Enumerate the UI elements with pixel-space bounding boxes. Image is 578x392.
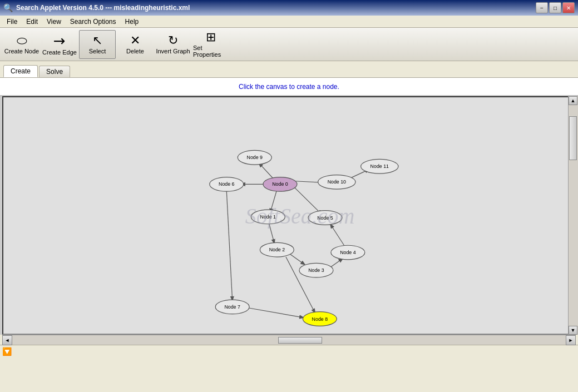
node-1-label: Node 1 [260, 214, 276, 220]
menu-help[interactable]: Help [121, 16, 144, 27]
node-3-label: Node 3 [308, 267, 324, 273]
create-node-label: Create Node [4, 48, 39, 54]
select-icon: ↖ [92, 34, 102, 47]
tab-create[interactable]: Create [3, 65, 38, 77]
menu-file[interactable]: File [2, 16, 22, 27]
svg-line-5 [294, 186, 322, 214]
svg-line-6 [269, 223, 274, 243]
hscroll-thumb[interactable] [278, 337, 323, 344]
invert-graph-label: Invert Graph [156, 48, 190, 54]
svg-line-8 [330, 259, 343, 267]
menu-search-options[interactable]: Search Options [66, 16, 121, 27]
title-bar: 🔍 Search Applet Version 4.5.0 --- mislea… [0, 0, 578, 16]
status-bar: 🔽 [0, 345, 578, 357]
node-2-label: Node 2 [269, 247, 285, 252]
select-button[interactable]: ↖ Select [79, 30, 116, 59]
canvas-scroll-area[interactable]: SoftSea.com [2, 96, 576, 335]
menu-bar: File Edit View Search Options Help [0, 16, 578, 28]
vscroll-thumb[interactable] [569, 116, 577, 160]
scroll-down-button[interactable]: ▼ [569, 326, 577, 335]
restore-button[interactable]: □ [549, 2, 561, 13]
graph-canvas[interactable]: Node 9 Node 6 Node 0 Node 10 Node 11 Nod… [3, 97, 575, 334]
scroll-right-button[interactable]: ► [566, 335, 576, 345]
invert-graph-button[interactable]: ↻ Invert Graph [155, 30, 191, 59]
vertical-scrollbar[interactable]: ▲ ▼ [568, 96, 578, 335]
horizontal-scrollbar[interactable]: ◄ ► [2, 335, 576, 345]
node-6-label: Node 6 [219, 181, 235, 187]
node-9-label: Node 9 [247, 155, 263, 160]
status-icon: 🔽 [2, 347, 12, 356]
hscroll-track[interactable] [12, 336, 566, 344]
node-0-label: Node 0 [272, 181, 288, 187]
info-message: Click the canvas to create a node. [239, 83, 339, 91]
node-8-label: Node 8 [312, 316, 328, 322]
delete-button[interactable]: ✕ Delete [117, 30, 154, 59]
delete-icon: ✕ [130, 34, 140, 47]
title-bar-controls: − □ ✕ [536, 2, 575, 13]
create-node-button[interactable]: ⬭ Create Node [3, 30, 40, 59]
node-4-label: Node 4 [340, 250, 356, 255]
tab-solve[interactable]: Solve [39, 66, 70, 77]
svg-line-3 [270, 190, 277, 212]
tab-bar: Create Solve [0, 61, 578, 78]
svg-line-11 [248, 307, 303, 317]
node-10-label: Node 10 [328, 179, 346, 185]
create-edge-label: Create Edge [42, 49, 77, 56]
vscroll-track[interactable] [569, 105, 578, 326]
node-5-label: Node 5 [317, 215, 333, 221]
create-node-icon: ⬭ [17, 34, 27, 47]
title-bar-left: 🔍 Search Applet Version 4.5.0 --- mislea… [3, 3, 190, 12]
minimize-button[interactable]: − [536, 2, 548, 13]
create-edge-button[interactable]: ↗ Create Edge [41, 30, 78, 59]
title-bar-text: Search Applet Version 4.5.0 --- misleadi… [16, 4, 190, 12]
menu-view[interactable]: View [42, 16, 66, 27]
app-icon: 🔍 [3, 3, 13, 12]
select-label: Select [89, 48, 106, 54]
set-properties-label: Set Properties [193, 44, 229, 58]
delete-label: Delete [126, 48, 144, 54]
close-button[interactable]: ✕ [562, 2, 575, 13]
scroll-up-button[interactable]: ▲ [569, 96, 577, 105]
scroll-left-button[interactable]: ◄ [2, 335, 12, 345]
node-7-label: Node 7 [224, 304, 240, 310]
node-11-label: Node 11 [370, 163, 389, 169]
invert-graph-icon: ↻ [168, 34, 178, 47]
main-canvas-area[interactable]: SoftSea.com [0, 96, 578, 335]
info-bar: Click the canvas to create a node. [0, 78, 578, 96]
menu-edit[interactable]: Edit [22, 16, 42, 27]
set-properties-icon: ⊞ [206, 31, 216, 43]
create-edge-icon: ↗ [50, 31, 69, 50]
set-properties-button[interactable]: ⊞ Set Properties [192, 30, 229, 59]
svg-line-10 [226, 191, 232, 300]
toolbar: ⬭ Create Node ↗ Create Edge ↖ Select ✕ D… [0, 28, 578, 61]
